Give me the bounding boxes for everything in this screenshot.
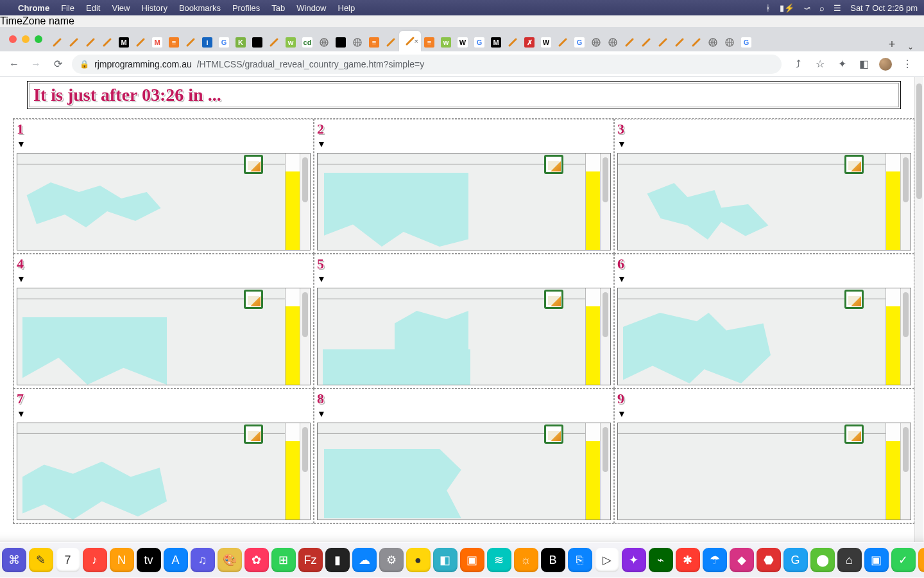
browser-tab[interactable] <box>316 33 332 51</box>
dock-app-icon[interactable]: ⊞ <box>271 548 296 572</box>
map-scroll-thumb[interactable] <box>603 292 608 337</box>
dropdown-arrow-icon[interactable]: ▼ <box>317 274 611 284</box>
chrome-menu-icon[interactable]: ⋮ <box>901 58 914 71</box>
map-canvas[interactable] <box>17 153 286 250</box>
browser-tab[interactable] <box>671 33 688 51</box>
browser-tab[interactable]: G <box>216 33 232 51</box>
menu-history[interactable]: History <box>141 3 167 13</box>
dock-app-icon[interactable]: ✿ <box>244 548 269 572</box>
dock-app-icon[interactable]: ♫ <box>191 548 215 572</box>
browser-tab[interactable]: × <box>399 31 421 51</box>
dock-app-icon[interactable]: ☂ <box>703 548 727 572</box>
browser-tab[interactable]: G <box>571 33 588 51</box>
dock-app-icon[interactable]: ◆ <box>730 548 754 572</box>
browser-tab[interactable] <box>49 33 65 51</box>
notes-icon[interactable] <box>544 425 563 444</box>
app-menu[interactable]: Chrome <box>18 3 49 13</box>
browser-tab[interactable] <box>554 33 571 51</box>
browser-tab[interactable]: M <box>488 33 504 51</box>
battery-icon[interactable]: ▮⚡ <box>780 3 794 13</box>
extensions-icon[interactable]: ✦ <box>835 58 848 71</box>
map-scroll-thumb[interactable] <box>603 157 608 202</box>
browser-tab[interactable]: K <box>232 33 249 51</box>
browser-tab[interactable] <box>266 33 282 51</box>
dock-app-icon[interactable]: ⌘ <box>2 548 26 572</box>
menubar-clock[interactable]: Sat 7 Oct 2:26 pm <box>850 3 918 13</box>
dropdown-arrow-icon[interactable]: ▼ <box>617 139 911 149</box>
dock-app-icon[interactable]: ⌂ <box>837 548 862 572</box>
page-scrollbar[interactable] <box>914 77 923 547</box>
dropdown-arrow-icon[interactable]: ▼ <box>17 274 311 284</box>
menu-help[interactable]: Help <box>338 3 355 13</box>
back-button[interactable]: ← <box>6 57 22 72</box>
dock-app-icon[interactable]: ● <box>406 548 431 572</box>
browser-tab[interactable] <box>99 33 116 51</box>
dock-app-icon[interactable]: tv <box>137 548 161 572</box>
bluetooth-icon[interactable]: ᚼ <box>766 3 771 13</box>
browser-tab[interactable] <box>721 33 738 51</box>
browser-tab[interactable]: ■ <box>249 33 266 51</box>
browser-tab[interactable] <box>604 33 621 51</box>
dock-app-icon[interactable]: ✱ <box>676 548 700 572</box>
wifi-icon[interactable]: ⤻ <box>803 3 810 13</box>
map-scrollbar[interactable] <box>600 423 610 520</box>
window-close-button[interactable] <box>9 35 17 43</box>
browser-tab[interactable]: ✗ <box>521 33 538 51</box>
browser-tab[interactable] <box>654 33 671 51</box>
dock-app-icon[interactable]: ✓ <box>891 548 916 572</box>
dock-app-icon[interactable]: ⚙ <box>379 548 404 572</box>
forward-button[interactable]: → <box>28 57 44 72</box>
dock-app-icon[interactable]: ⎘ <box>568 548 592 572</box>
map-scroll-thumb[interactable] <box>903 427 909 472</box>
dock-app-icon[interactable]: 7 <box>56 548 80 572</box>
new-tab-button[interactable]: + <box>883 38 901 51</box>
dock-app-icon[interactable]: ▣ <box>864 548 889 572</box>
notes-icon[interactable] <box>544 155 563 174</box>
dropdown-arrow-icon[interactable]: ▼ <box>317 139 611 149</box>
bookmark-star-icon[interactable]: ☆ <box>814 58 826 71</box>
map-canvas[interactable] <box>17 423 286 520</box>
tab-close-icon[interactable]: × <box>415 37 418 45</box>
browser-tab[interactable] <box>382 33 399 51</box>
notes-icon[interactable] <box>244 155 263 174</box>
map-scroll-thumb[interactable] <box>302 292 308 337</box>
map-scrollbar[interactable] <box>300 153 310 250</box>
dock-app-icon[interactable]: ☁ <box>352 548 377 572</box>
map-canvas[interactable] <box>17 288 286 385</box>
map-canvas[interactable] <box>618 423 886 520</box>
dock-app-icon[interactable]: ▣ <box>460 548 484 572</box>
browser-tab[interactable] <box>65 33 82 51</box>
map-canvas[interactable] <box>618 288 886 385</box>
dock-app-icon[interactable]: A <box>164 548 188 572</box>
browser-tab[interactable] <box>504 33 521 51</box>
dock-app-icon[interactable]: ≋ <box>487 548 511 572</box>
dock-app-icon[interactable]: ▮ <box>325 548 350 572</box>
map-scrollbar[interactable] <box>600 153 610 250</box>
browser-tab[interactable] <box>588 33 604 51</box>
profile-avatar[interactable] <box>879 58 892 71</box>
browser-tab[interactable]: i <box>199 33 216 51</box>
browser-tab[interactable] <box>182 33 199 51</box>
sidepanel-icon[interactable]: ◧ <box>857 58 870 71</box>
dropdown-arrow-icon[interactable]: ▼ <box>617 274 911 284</box>
browser-tab[interactable]: w <box>282 33 299 51</box>
dock-app-icon[interactable]: ☼ <box>514 548 538 572</box>
notes-icon[interactable] <box>544 290 563 309</box>
dock-app-icon[interactable]: ✎ <box>29 548 53 572</box>
dropdown-arrow-icon[interactable]: ▼ <box>317 408 611 419</box>
dock-app-icon[interactable]: ⌁ <box>649 548 673 572</box>
map-scrollbar[interactable] <box>300 288 310 385</box>
browser-tab[interactable]: G <box>738 33 755 51</box>
notes-icon[interactable] <box>244 290 263 309</box>
map-scroll-thumb[interactable] <box>903 292 909 337</box>
map-scrollbar[interactable] <box>900 423 911 520</box>
browser-tab[interactable]: w <box>438 33 454 51</box>
browser-tab[interactable]: W <box>538 33 554 51</box>
dock-app-icon[interactable]: N <box>110 548 134 572</box>
dropdown-arrow-icon[interactable]: ▼ <box>17 139 311 149</box>
spotlight-icon[interactable]: ⌕ <box>819 3 825 13</box>
notes-icon[interactable] <box>844 290 864 309</box>
map-scroll-thumb[interactable] <box>302 157 308 202</box>
menu-bookmarks[interactable]: Bookmarks <box>179 3 221 13</box>
menu-view[interactable]: View <box>112 3 130 13</box>
